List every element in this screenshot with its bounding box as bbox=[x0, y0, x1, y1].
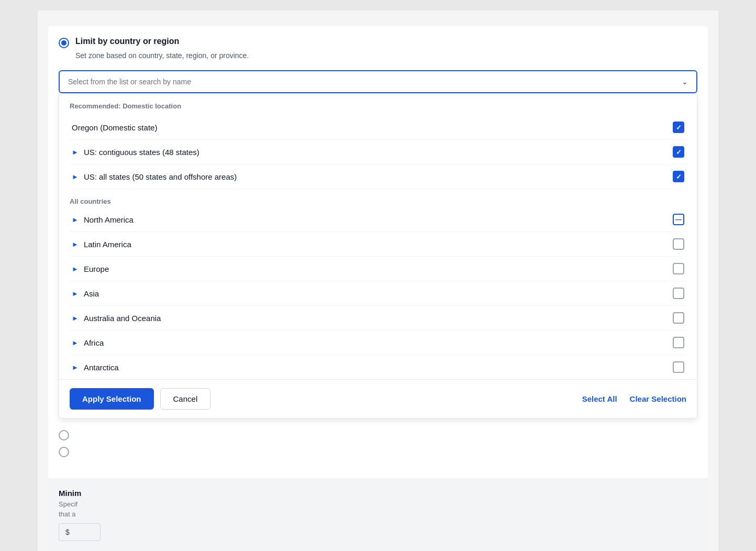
item-left-asia: ► Asia bbox=[72, 289, 99, 298]
checkbox-latin-america[interactable] bbox=[673, 238, 684, 250]
item-label-north-america: North America bbox=[84, 215, 134, 224]
item-left-us-contiguous: ► US: contiguous states (48 states) bbox=[72, 148, 199, 157]
chevron-right-icon-europe[interactable]: ► bbox=[72, 265, 79, 273]
checkbox-australia[interactable] bbox=[673, 312, 684, 324]
limit-section: Limit by country or region Set zone base… bbox=[48, 26, 708, 478]
limit-subtitle: Set zone based on country, state, region… bbox=[75, 51, 697, 60]
radio-row-2 bbox=[59, 429, 697, 440]
checkbox-asia[interactable] bbox=[673, 288, 684, 299]
checkbox-us-all[interactable] bbox=[673, 171, 684, 182]
item-label-latin-america: Latin America bbox=[84, 240, 131, 249]
item-label-africa: Africa bbox=[84, 338, 104, 347]
minim-desc-1: Specif bbox=[59, 500, 697, 508]
list-item-europe[interactable]: ► Europe bbox=[70, 257, 686, 281]
list-item-antarctica[interactable]: ► Antarctica bbox=[70, 355, 686, 379]
item-left-australia: ► Australia and Oceania bbox=[72, 314, 161, 323]
dropdown-inner: Recommended: Domestic location Oregon (D… bbox=[59, 94, 697, 379]
dollar-input[interactable]: $ bbox=[59, 523, 101, 541]
checkbox-oregon[interactable] bbox=[673, 122, 684, 133]
list-item-australia[interactable]: ► Australia and Oceania bbox=[70, 306, 686, 330]
item-left-north-america: ► North America bbox=[72, 215, 134, 224]
chevron-right-icon-us-all[interactable]: ► bbox=[72, 173, 79, 181]
item-label-europe: Europe bbox=[84, 265, 109, 273]
checkbox-north-america[interactable] bbox=[673, 214, 684, 225]
item-left-africa: ► Africa bbox=[72, 338, 104, 347]
item-label-antarctica: Antarctica bbox=[84, 363, 119, 372]
limit-title: Limit by country or region bbox=[75, 37, 179, 46]
radio-button-1[interactable] bbox=[59, 38, 69, 48]
all-countries-label: All countries bbox=[70, 197, 686, 205]
item-left-latin-america: ► Latin America bbox=[72, 240, 131, 249]
chevron-right-icon-africa[interactable]: ► bbox=[72, 339, 79, 347]
chevron-right-icon-asia[interactable]: ► bbox=[72, 290, 79, 297]
minim-title: Minim bbox=[59, 489, 81, 498]
footer-right: Select All Clear Selection bbox=[582, 394, 686, 403]
checkbox-antarctica[interactable] bbox=[673, 361, 684, 373]
list-item-asia[interactable]: ► Asia bbox=[70, 281, 686, 306]
list-item-us-contiguous[interactable]: ► US: contiguous states (48 states) bbox=[70, 140, 686, 164]
list-item-us-all[interactable]: ► US: all states (50 states and offshore… bbox=[70, 164, 686, 189]
select-all-button[interactable]: Select All bbox=[582, 394, 617, 403]
search-placeholder: Select from the list or search by name bbox=[68, 78, 191, 86]
checkbox-us-contiguous[interactable] bbox=[673, 146, 684, 158]
chevron-right-icon-north-america[interactable]: ► bbox=[72, 216, 79, 224]
item-label-us-all: US: all states (50 states and offshore a… bbox=[84, 172, 237, 181]
radio-row-3 bbox=[59, 446, 697, 457]
checkbox-africa[interactable] bbox=[673, 337, 684, 348]
checkbox-europe[interactable] bbox=[673, 263, 684, 274]
clear-selection-button[interactable]: Clear Selection bbox=[630, 394, 686, 403]
radio-row-1: Limit by country or region bbox=[59, 37, 697, 48]
chevron-right-icon-antarctica[interactable]: ► bbox=[72, 363, 79, 371]
apply-selection-button[interactable]: Apply Selection bbox=[70, 388, 154, 410]
list-item-north-america[interactable]: ► North America bbox=[70, 207, 686, 232]
minim-desc-2: that a bbox=[59, 510, 697, 518]
dollar-sign: $ bbox=[65, 528, 70, 536]
item-label-australia: Australia and Oceania bbox=[84, 314, 161, 323]
item-left-antarctica: ► Antarctica bbox=[72, 363, 119, 372]
search-dropdown-trigger[interactable]: Select from the list or search by name ⌄ bbox=[59, 70, 697, 93]
item-label-us-contiguous: US: contiguous states (48 states) bbox=[84, 148, 199, 157]
footer-left: Apply Selection Cancel bbox=[70, 388, 210, 410]
recommended-label: Recommended: Domestic location bbox=[70, 102, 686, 110]
item-label-asia: Asia bbox=[84, 289, 99, 298]
page-container: Limit by country or region Set zone base… bbox=[38, 10, 718, 551]
item-left-oregon: Oregon (Domestic state) bbox=[72, 123, 157, 132]
chevron-right-icon-australia[interactable]: ► bbox=[72, 314, 79, 322]
item-label-oregon: Oregon (Domestic state) bbox=[72, 123, 157, 132]
radio-button-3[interactable] bbox=[59, 447, 69, 457]
radio-button-2[interactable] bbox=[59, 430, 69, 440]
minim-section: Minim Specif that a $ bbox=[48, 478, 708, 551]
item-left-europe: ► Europe bbox=[72, 265, 109, 273]
dropdown-panel: Recommended: Domestic location Oregon (D… bbox=[59, 93, 697, 418]
dropdown-footer: Apply Selection Cancel Select All Clear … bbox=[59, 379, 697, 418]
list-item-oregon[interactable]: Oregon (Domestic state) bbox=[70, 115, 686, 140]
item-left-us-all: ► US: all states (50 states and offshore… bbox=[72, 172, 237, 181]
cancel-button[interactable]: Cancel bbox=[160, 388, 211, 410]
list-item-africa[interactable]: ► Africa bbox=[70, 330, 686, 355]
chevron-right-icon-latin-america[interactable]: ► bbox=[72, 240, 79, 248]
chevron-down-icon: ⌄ bbox=[682, 78, 688, 86]
list-item-latin-america[interactable]: ► Latin America bbox=[70, 232, 686, 257]
chevron-right-icon-contiguous[interactable]: ► bbox=[72, 148, 79, 156]
